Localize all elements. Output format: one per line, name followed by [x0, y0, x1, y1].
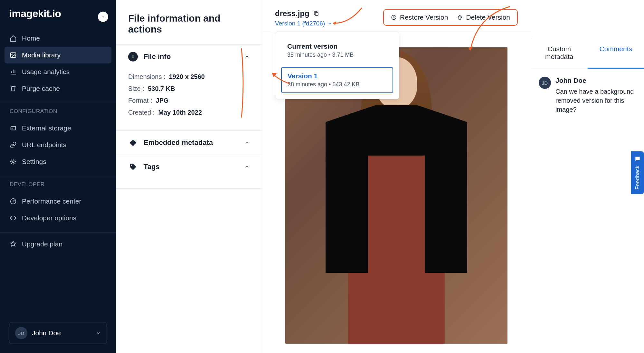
- copy-icon[interactable]: [313, 11, 319, 16]
- file-name: dress.jpg: [275, 9, 309, 18]
- delete-icon: [457, 14, 463, 20]
- nav-label: External storage: [22, 124, 71, 132]
- section-title: File info: [144, 52, 239, 61]
- delete-label: Delete Version: [466, 14, 510, 21]
- chevron-down-icon: [327, 21, 332, 26]
- chat-icon: [634, 156, 641, 162]
- nav-label: Media library: [22, 51, 61, 59]
- svg-point-3: [12, 128, 12, 129]
- chevron-up-icon: [244, 54, 250, 59]
- section-file-info-head[interactable]: File info: [116, 45, 262, 69]
- nav-purge-cache[interactable]: Purge cache: [5, 80, 111, 97]
- info-panel-title: File information and actions: [116, 0, 262, 44]
- nav-developer-options[interactable]: Developer options: [5, 210, 111, 226]
- right-panel: Custom metadata Comments JD John Doe Can…: [531, 38, 644, 353]
- section-tags: Tags: [116, 155, 262, 189]
- nav-home[interactable]: Home: [5, 30, 111, 47]
- file-info-panel: File information and actions File info D…: [116, 0, 262, 353]
- comment-body: John Doe Can we have a background remove…: [555, 77, 636, 114]
- delete-version-button[interactable]: Delete Version: [457, 14, 510, 21]
- trash-icon: [10, 85, 17, 92]
- gauge-icon: [10, 198, 17, 205]
- nav-upgrade-plan[interactable]: Upgrade plan: [5, 236, 111, 253]
- nav-url-endpoints[interactable]: URL endpoints: [5, 137, 111, 153]
- tab-custom-metadata[interactable]: Custom metadata: [531, 38, 588, 69]
- svg-rect-11: [315, 13, 318, 15]
- nav-dev: Performance center Developer options: [0, 190, 116, 229]
- nav-config: External storage URL endpoints Settings: [0, 117, 116, 173]
- user-menu[interactable]: JD John Doe: [9, 322, 107, 344]
- user-name: John Doe: [32, 329, 91, 337]
- feedback-tab[interactable]: Feedback: [631, 151, 644, 194]
- file-info-body: Dimensions : 1920 x 2560 Size : 530.7 KB…: [116, 73, 262, 130]
- diamond-icon: [128, 138, 138, 148]
- nav-external-storage[interactable]: External storage: [5, 120, 111, 137]
- section-file-info: File info Dimensions : 1920 x 2560 Size …: [116, 44, 262, 130]
- nav-media-library[interactable]: Media library: [5, 47, 111, 63]
- nav-label: Purge cache: [22, 85, 60, 92]
- nav-label: Developer options: [22, 214, 76, 222]
- upgrade-icon: [10, 241, 17, 248]
- nav-performance-center[interactable]: Performance center: [5, 193, 111, 210]
- version-item-1[interactable]: Version 1 38 minutes ago • 543.42 KB: [281, 67, 393, 93]
- restore-version-button[interactable]: Restore Version: [391, 14, 448, 21]
- file-name-row: dress.jpg: [275, 9, 332, 18]
- chevron-down-icon: [244, 140, 250, 145]
- svg-point-6: [133, 55, 134, 56]
- nav-label: Settings: [22, 158, 46, 166]
- home-icon: [10, 35, 17, 42]
- comment-avatar: JD: [539, 77, 551, 89]
- svg-rect-7: [133, 56, 134, 58]
- arrow-left-icon: [101, 14, 105, 19]
- version-title: Current version: [287, 43, 387, 50]
- gear-icon: [10, 158, 17, 165]
- info-icon: [128, 52, 138, 62]
- user-avatar: JD: [15, 327, 27, 339]
- tags-body: [116, 179, 262, 188]
- version-title: Version 1: [288, 72, 387, 80]
- section-tags-head[interactable]: Tags: [116, 155, 262, 179]
- format-row: Format : JPG: [128, 97, 250, 104]
- storage-icon: [10, 125, 17, 132]
- comment-text: Can we have a background removed version…: [555, 87, 636, 114]
- restore-label: Restore Version: [400, 14, 448, 21]
- section-embedded-head[interactable]: Embedded metadata: [116, 131, 262, 155]
- feedback-label: Feedback: [634, 166, 641, 190]
- logo-text: imagekit.io: [9, 8, 61, 19]
- nav-usage-analytics[interactable]: Usage analytics: [5, 63, 111, 80]
- nav-label: Upgrade plan: [22, 240, 62, 248]
- nav-primary: Home Media library Usage analytics Purge…: [0, 27, 116, 100]
- nav-label: Performance center: [22, 197, 81, 205]
- chevron-down-icon: [96, 330, 101, 336]
- created-row: Created : May 10th 2022: [128, 109, 250, 116]
- section-embedded-metadata: Embedded metadata: [116, 130, 262, 155]
- version-meta: 38 minutes ago • 543.42 KB: [288, 81, 387, 88]
- collapse-sidebar-button[interactable]: [98, 12, 108, 22]
- nav-section-configuration: CONFIGURATION: [0, 103, 116, 117]
- version-actions: Restore Version Delete Version: [383, 9, 518, 26]
- viewer: dress.jpg Version 1 (fd2706) Restore Ver…: [262, 0, 531, 353]
- section-title: Tags: [144, 163, 239, 171]
- version-dropdown: Current version 38 minutes ago • 3.71 MB…: [275, 32, 399, 99]
- code-icon: [10, 215, 17, 222]
- nav-settings[interactable]: Settings: [5, 153, 111, 170]
- file-title-block: dress.jpg Version 1 (fd2706): [275, 9, 332, 27]
- link-icon: [10, 141, 17, 148]
- version-selector[interactable]: Version 1 (fd2706): [275, 20, 332, 27]
- section-title: Embedded metadata: [144, 138, 239, 147]
- version-item-current[interactable]: Current version 38 minutes ago • 3.71 MB: [281, 38, 393, 63]
- svg-point-1: [12, 54, 13, 55]
- tag-icon: [128, 162, 138, 172]
- history-icon: [391, 14, 397, 20]
- tab-comments[interactable]: Comments: [588, 38, 644, 69]
- svg-rect-8: [130, 140, 136, 146]
- svg-point-10: [131, 165, 132, 166]
- nav-label: Usage analytics: [22, 68, 70, 76]
- nav-upgrade: Upgrade plan: [0, 232, 116, 255]
- tabs: Custom metadata Comments: [531, 38, 644, 69]
- comment-item: JD John Doe Can we have a background rem…: [539, 77, 636, 114]
- viewer-header: dress.jpg Version 1 (fd2706) Restore Ver…: [262, 0, 531, 33]
- nav-section-developer: DEVELOPER: [0, 176, 116, 190]
- sidebar: imagekit.io Home Media library Usage ana…: [0, 0, 116, 353]
- chevron-up-icon: [244, 164, 250, 169]
